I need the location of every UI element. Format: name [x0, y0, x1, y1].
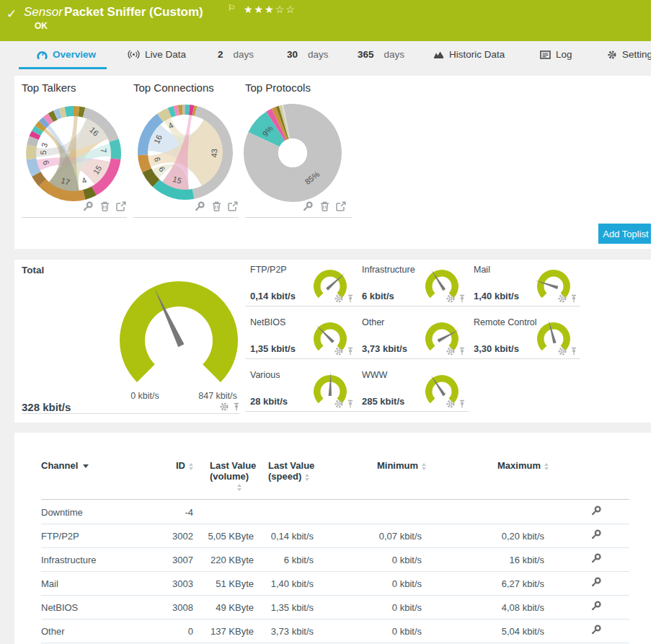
tab-label: days: [384, 49, 405, 60]
wrench-icon[interactable]: [83, 201, 94, 211]
chart-segment[interactable]: [26, 145, 37, 160]
cell-id: 3003: [136, 572, 193, 596]
wrench-icon[interactable]: [591, 577, 602, 587]
log-icon: [540, 50, 551, 59]
total-gauge: [98, 274, 260, 389]
pin-icon[interactable]: [458, 346, 466, 356]
toplist-title-top-connections[interactable]: Top Connections: [133, 81, 214, 94]
column-header-id[interactable]: ID: [136, 460, 193, 471]
gear-icon[interactable]: [334, 294, 344, 304]
gauge-channel-label: WWW: [362, 370, 387, 380]
gear-icon[interactable]: [334, 399, 344, 409]
wrench-icon[interactable]: [591, 601, 602, 611]
gear-icon[interactable]: [446, 346, 456, 356]
tab-historic-data[interactable]: Historic Data: [433, 41, 505, 68]
channel-settings-button[interactable]: [588, 572, 605, 596]
tab-30-days[interactable]: 30days: [287, 41, 329, 68]
gear-icon[interactable]: [557, 346, 567, 356]
gear-icon: [607, 50, 617, 60]
trash-icon[interactable]: [320, 201, 329, 211]
prtg-sensor-page: ✓ Sensor Packet Sniffer (Custom) ⚐ ★★★☆☆…: [0, 0, 656, 644]
channel-settings-button[interactable]: [588, 596, 605, 619]
sort-icon[interactable]: [544, 463, 549, 470]
gauge-channel-label: Other: [362, 317, 384, 327]
toplist-title-top-protocols[interactable]: Top Protocols: [245, 81, 311, 94]
column-header-maximum[interactable]: Maximum: [454, 460, 549, 471]
trash-icon[interactable]: [212, 201, 221, 211]
priority-stars[interactable]: ★★★☆☆: [244, 4, 296, 15]
table-row-other: Other0137 KByte3,73 kbit/s0 kbit/s5,04 k…: [14, 619, 652, 643]
column-header-channel[interactable]: Channel: [41, 460, 89, 471]
wrench-icon[interactable]: [303, 201, 314, 211]
wrench-icon[interactable]: [591, 553, 602, 563]
top-talkers-chart[interactable]: 16715417653: [26, 106, 121, 201]
channel-gauge-remote-control: Remote Control3,30 kbit/s: [469, 315, 580, 359]
trash-icon[interactable]: [100, 201, 110, 211]
gauge-scale-max: 847 kbit/s: [191, 391, 244, 401]
pin-icon[interactable]: [458, 294, 466, 304]
table-row-infrastructure: Infrastructure3007220 KByte6 kbit/s0 kbi…: [14, 548, 652, 572]
gear-icon[interactable]: [219, 402, 229, 412]
gear-icon[interactable]: [446, 294, 456, 304]
pin-icon[interactable]: [347, 346, 354, 356]
segment-value-label: 4: [81, 175, 88, 185]
toplist-toolbar: [83, 201, 126, 211]
external-link-icon[interactable]: [228, 201, 238, 211]
channel-settings-button[interactable]: [588, 619, 605, 643]
channel-gauge-other: Other3,73 kbit/s: [357, 315, 469, 359]
wrench-icon[interactable]: [591, 625, 602, 635]
column-header-last-value-volume[interactable]: Last Value (volume): [210, 460, 269, 491]
status-check-icon: ✓: [6, 6, 17, 22]
column-header-minimum[interactable]: Minimum: [332, 460, 426, 471]
scrollbar-track[interactable]: [651, 0, 656, 644]
pin-icon[interactable]: [347, 399, 354, 409]
sort-icon[interactable]: [305, 474, 309, 481]
gear-icon[interactable]: [334, 346, 344, 356]
channel-settings-button[interactable]: [588, 500, 605, 524]
gear-icon[interactable]: [446, 399, 456, 409]
channel-gauge-ftp-p2p: FTP/P2P0,14 kbit/s: [245, 263, 357, 306]
wrench-icon[interactable]: [591, 529, 602, 539]
wrench-icon[interactable]: [591, 506, 602, 516]
top-protocols-chart[interactable]: 9%85%: [244, 104, 342, 202]
cell-minimum: 0 kbit/s: [332, 619, 422, 643]
wrench-icon[interactable]: [195, 201, 205, 211]
tab-number: 365: [358, 49, 374, 60]
tab-365-days[interactable]: 365days: [358, 41, 404, 68]
column-header-label: Maximum: [497, 460, 541, 471]
tab-log[interactable]: Log: [540, 41, 572, 68]
tab-2-days[interactable]: 2days: [218, 41, 254, 68]
channel-settings-button[interactable]: [588, 524, 605, 548]
pin-icon[interactable]: [233, 402, 240, 412]
column-header-last-value-speed[interactable]: Last Value (speed): [268, 460, 337, 482]
cell-maximum: 0,20 kbit/s: [454, 524, 544, 548]
external-link-icon[interactable]: [116, 201, 126, 211]
toplist-title-top-talkers[interactable]: Top Talkers: [22, 81, 76, 94]
sensor-kind-label: Sensor: [24, 5, 63, 19]
top-connections-chart[interactable]: 431566164: [138, 105, 233, 200]
add-toplist-button[interactable]: Add Toplist: [598, 224, 653, 244]
gauge-toolbar: [557, 294, 577, 304]
channel-settings-button[interactable]: [588, 548, 605, 572]
tab-live-data[interactable]: Live Data: [128, 41, 186, 68]
cell-last-value-volume: 137 KByte: [185, 619, 254, 643]
table-row-ftp-p2p: FTP/P2P30025,05 KByte0,14 kbit/s0,07 kbi…: [14, 524, 652, 548]
pin-icon[interactable]: [458, 399, 466, 409]
divider: [22, 413, 239, 414]
pin-icon[interactable]: [347, 294, 354, 304]
sort-icon[interactable]: [422, 463, 426, 470]
sort-icon[interactable]: [237, 484, 241, 491]
gear-icon[interactable]: [557, 294, 567, 304]
external-link-icon[interactable]: [336, 201, 346, 211]
tab-settings[interactable]: Settings: [607, 41, 656, 68]
cell-maximum: 4,08 kbit/s: [454, 596, 544, 619]
sort-icon[interactable]: [189, 463, 193, 470]
tab-overview[interactable]: Overview: [37, 41, 96, 68]
flag-icon[interactable]: ⚐: [228, 3, 236, 13]
tab-label: Log: [556, 49, 572, 60]
gauge-channel-label: Infrastructure: [362, 265, 415, 275]
column-header-label: Minimum: [377, 460, 418, 471]
pin-icon[interactable]: [570, 346, 577, 356]
chart-segment[interactable]: [109, 139, 121, 160]
pin-icon[interactable]: [570, 294, 577, 304]
